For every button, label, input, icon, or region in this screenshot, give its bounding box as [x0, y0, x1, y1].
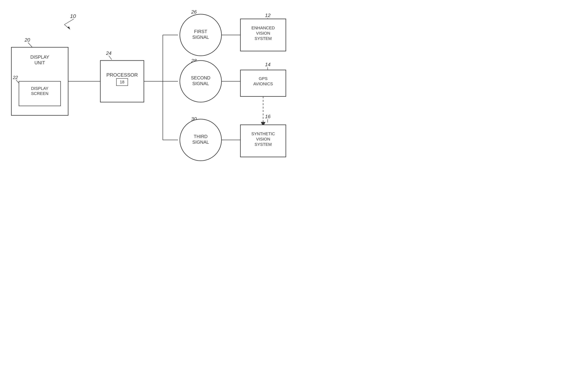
svg-line-5	[109, 56, 112, 60]
synthetic-vision-label1: SYNTHETIC	[251, 132, 275, 136]
enhanced-vision-label1: ENHANCED	[251, 26, 275, 30]
display-unit-label2: UNIT	[35, 60, 45, 65]
second-signal-label1: SECOND	[191, 75, 210, 80]
enhanced-vision-label3: SYSTEM	[255, 36, 272, 41]
sublabel-18: 18	[120, 80, 124, 84]
ref-16-label: 16	[265, 114, 270, 119]
ref-22-label: 22	[13, 75, 18, 80]
third-signal-label1: THIRD	[194, 134, 207, 139]
second-signal-label2: SIGNAL	[192, 81, 209, 86]
ref-14-label: 14	[265, 62, 270, 67]
display-unit-label1: DISPLAY	[30, 54, 49, 60]
third-signal-label2: SIGNAL	[192, 140, 209, 145]
ref-26-label: 26	[191, 9, 197, 15]
enhanced-vision-label2: VISION	[256, 31, 270, 36]
svg-line-0	[64, 19, 74, 24]
svg-marker-2	[67, 26, 70, 29]
processor-label: PROCESSOR	[106, 72, 138, 78]
synthetic-vision-label2: VISION	[256, 137, 270, 142]
first-signal-label1: FIRST	[194, 29, 207, 34]
gps-avionics-label2: AVIONICS	[253, 82, 273, 86]
ref-20-label: 20	[25, 37, 30, 43]
first-signal-label2: SIGNAL	[192, 34, 209, 40]
diagram-container: 10 20 DISPLAY UNIT 22 DISPLAY SCREEN 24 …	[0, 0, 292, 196]
display-screen-label1: DISPLAY	[31, 86, 49, 91]
ref-24-label: 24	[106, 50, 112, 56]
ref-12-label: 12	[265, 12, 270, 18]
display-screen-label2: SCREEN	[31, 91, 49, 96]
synthetic-vision-label3: SYSTEM	[255, 142, 272, 147]
ref-10: 10	[70, 13, 76, 19]
gps-avionics-label1: GPS	[259, 76, 267, 81]
